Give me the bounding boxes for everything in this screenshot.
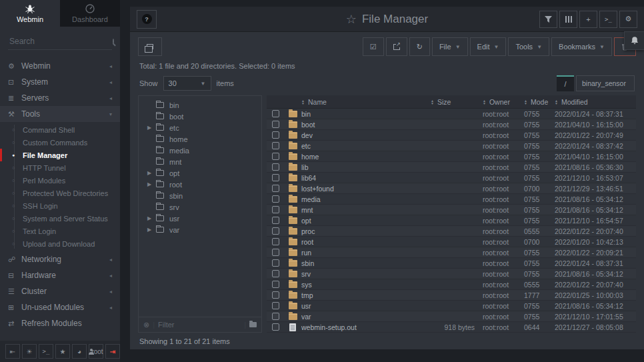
clone-window-button[interactable]: [138, 37, 162, 56]
checkbox[interactable]: [272, 249, 279, 256]
tree-item-bin[interactable]: bin: [139, 99, 261, 111]
table-row-sys[interactable]: sysroot:root05552022/01/22 - 20:07:40: [267, 279, 636, 290]
paste-export-button[interactable]: [386, 37, 407, 56]
add-button[interactable]: +: [579, 11, 597, 28]
tree-item-root[interactable]: ▶root: [139, 179, 261, 190]
root-path-button[interactable]: /: [557, 75, 574, 91]
checkbox[interactable]: [272, 110, 279, 117]
tab-dashboard[interactable]: Dashboard: [60, 0, 120, 27]
checkbox[interactable]: [272, 121, 279, 128]
table-row-tmp[interactable]: tmproot:root17772022/01/25 - 10:00:03: [267, 290, 636, 301]
expand-arrow-icon[interactable]: ▶: [147, 125, 156, 131]
columns-button[interactable]: [559, 11, 577, 28]
checkbox[interactable]: [272, 153, 279, 160]
column-header-mode[interactable]: ▲▼Mode: [524, 98, 555, 106]
sidebar-item-custom-commands[interactable]: ○Custom Commands: [0, 136, 120, 149]
checkbox[interactable]: [272, 217, 279, 224]
page-size-select[interactable]: 30 ▼: [163, 76, 211, 91]
column-header-size[interactable]: ▲▼Size: [431, 98, 483, 106]
table-row-lib64[interactable]: lib64root:root07552021/12/10 - 16:53:07: [267, 173, 636, 183]
tree-item-media[interactable]: media: [139, 145, 261, 156]
table-row-opt[interactable]: optroot:root07552021/12/10 - 16:54:57: [267, 215, 636, 226]
tree-filter-input[interactable]: [158, 321, 241, 329]
clear-filter-icon[interactable]: ⊗: [143, 321, 149, 329]
table-row-run[interactable]: runroot:root07552022/01/22 - 20:09:21: [267, 247, 636, 258]
sidebar-item-system-and-server-status[interactable]: ○System and Server Status: [0, 212, 120, 225]
sidebar-item-text-login[interactable]: ○Text Login: [0, 225, 120, 237]
sidebar-item-perl-modules[interactable]: ○Perl Modules: [0, 174, 120, 187]
table-row-srv[interactable]: srvroot:root07552021/08/16 - 05:34:12: [267, 269, 636, 279]
expand-arrow-icon[interactable]: ▶: [147, 215, 156, 221]
table-row-mnt[interactable]: mntroot:root07552021/08/16 - 05:34:12: [267, 205, 636, 215]
terminal-button[interactable]: >_: [599, 11, 617, 28]
checkbox[interactable]: [272, 270, 279, 277]
expand-arrow-icon[interactable]: ▶: [147, 181, 156, 187]
checkbox[interactable]: [272, 206, 279, 213]
refresh-button[interactable]: ↻: [409, 37, 430, 56]
table-row-media[interactable]: mediaroot:root07552021/08/16 - 05:34:12: [267, 194, 636, 205]
tree-item-etc[interactable]: ▶etc: [139, 122, 261, 133]
help-button[interactable]: ?: [137, 10, 157, 29]
checkbox[interactable]: [272, 195, 279, 203]
expand-arrow-icon[interactable]: ▶: [147, 170, 156, 176]
favorites-star-button[interactable]: ★: [55, 344, 70, 359]
sidebar-item-hardware[interactable]: ⊟Hardware◂: [0, 267, 120, 283]
table-row-etc[interactable]: etcroot:root07552022/01/24 - 08:37:42: [267, 141, 636, 151]
tree-item-mnt[interactable]: mnt: [139, 156, 261, 167]
checkbox[interactable]: [272, 302, 279, 309]
stats-pie-button[interactable]: ◕: [72, 344, 87, 359]
notifications-tab[interactable]: [624, 31, 644, 50]
theme-brightness-button[interactable]: ☀: [22, 344, 37, 359]
table-row-lost-found[interactable]: lost+foundroot:root07002021/12/29 - 13:4…: [267, 183, 636, 194]
expand-arrow-icon[interactable]: ▶: [147, 227, 156, 233]
checkbox[interactable]: [272, 131, 279, 139]
sidebar-item-command-shell[interactable]: ○Command Shell: [0, 123, 120, 136]
tools-menu-button[interactable]: Tools ▼: [508, 37, 549, 56]
table-row-usr[interactable]: usrroot:root07552021/08/16 - 05:34:12: [267, 301, 636, 311]
table-row-proc[interactable]: procroot:root05552022/01/22 - 20:07:40: [267, 226, 636, 237]
checkbox[interactable]: [272, 259, 279, 267]
checkbox[interactable]: [272, 174, 279, 181]
folder-icon[interactable]: [249, 322, 257, 327]
tree-item-opt[interactable]: ▶opt: [139, 167, 261, 179]
table-row-bin[interactable]: binroot:root07552022/01/24 - 08:37:31: [267, 109, 636, 119]
column-header-modified[interactable]: ▲▼Modified: [555, 98, 636, 106]
checkbox[interactable]: [272, 227, 279, 235]
sidebar-item-servers[interactable]: ≣Servers◂: [0, 90, 120, 106]
tree-item-home[interactable]: home: [139, 133, 261, 145]
collapse-sidebar-button[interactable]: ⇤: [5, 344, 20, 359]
sidebar-item-networking[interactable]: ☍Networking◂: [0, 251, 120, 267]
sidebar-item-refresh-modules[interactable]: ⇄Refresh Modules: [0, 315, 120, 331]
tree-item-usr[interactable]: ▶usr: [139, 213, 261, 224]
column-header-owner[interactable]: ▲▼Owner: [483, 98, 524, 106]
checkbox[interactable]: [272, 291, 279, 299]
tree-item-var[interactable]: ▶var: [139, 224, 261, 235]
table-row-home[interactable]: homeroot:root07552021/04/10 - 16:15:00: [267, 151, 636, 162]
checkbox[interactable]: [272, 163, 279, 171]
sidebar-item-tools[interactable]: ⚒Tools▾: [0, 106, 120, 122]
logged-user-button[interactable]: root: [89, 344, 103, 359]
column-header-name[interactable]: ▲▼Name: [301, 98, 431, 106]
sidebar-item-protected-web-directories[interactable]: ○Protected Web Directories: [0, 187, 120, 199]
tree-item-srv[interactable]: srv: [139, 201, 261, 213]
favorite-star-icon[interactable]: ☆: [346, 12, 357, 27]
checkbox[interactable]: [272, 281, 279, 288]
sidebar-item-file-manager[interactable]: ●File Manager: [0, 149, 120, 161]
logout-button[interactable]: ⇥: [105, 344, 120, 359]
sidebar-item-webmin[interactable]: ⚙Webmin◂: [0, 58, 120, 74]
sidebar-item-upload-and-download[interactable]: ○Upload and Download: [0, 237, 120, 250]
tree-item-sbin[interactable]: sbin: [139, 190, 261, 201]
sidebar-item-http-tunnel[interactable]: ○HTTP Tunnel: [0, 161, 120, 174]
sidebar-item-cluster[interactable]: ☰Cluster◂: [0, 283, 120, 299]
tab-webmin[interactable]: Webmin: [0, 0, 60, 27]
checkbox[interactable]: [272, 313, 279, 320]
table-row-root[interactable]: rootroot:root07002022/01/20 - 10:42:13: [267, 237, 636, 247]
sidebar-item-system[interactable]: ⊡System◂: [0, 74, 120, 90]
file-search-input[interactable]: [576, 75, 635, 91]
tree-item-boot[interactable]: boot: [139, 111, 261, 122]
table-row-var[interactable]: varroot:root07552021/12/10 - 17:01:55: [267, 311, 636, 322]
table-row-dev[interactable]: devroot:root07552022/01/22 - 20:07:49: [267, 130, 636, 141]
sidebar-item-ssh-login[interactable]: ○SSH Login: [0, 199, 120, 212]
bookmarks-menu-button[interactable]: Bookmarks ▼: [551, 37, 612, 56]
edit-menu-button[interactable]: Edit ▼: [470, 37, 507, 56]
